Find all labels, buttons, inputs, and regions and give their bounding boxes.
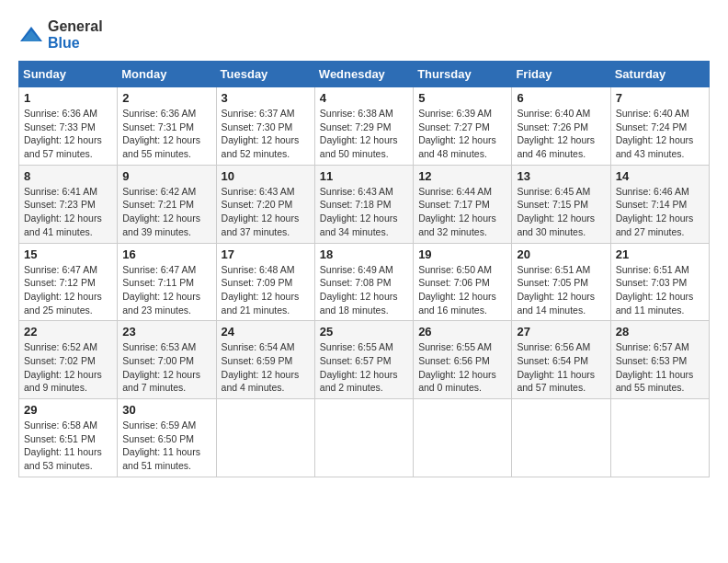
day-detail: Sunrise: 6:57 AMSunset: 6:53 PMDaylight:…	[616, 341, 694, 393]
day-number: 13	[517, 169, 605, 183]
day-detail: Sunrise: 6:55 AMSunset: 6:56 PMDaylight:…	[418, 341, 496, 393]
calendar-header-row: SundayMondayTuesdayWednesdayThursdayFrid…	[19, 62, 710, 87]
calendar-cell: 12 Sunrise: 6:44 AMSunset: 7:17 PMDaylig…	[414, 165, 512, 243]
logo-blue-text: Blue	[48, 35, 80, 51]
logo-icon	[18, 25, 44, 45]
day-number: 26	[418, 325, 506, 339]
calendar-cell: 8 Sunrise: 6:41 AMSunset: 7:23 PMDayligh…	[19, 165, 118, 243]
weekday-header-friday: Friday	[512, 62, 610, 87]
day-detail: Sunrise: 6:37 AMSunset: 7:30 PMDaylight:…	[222, 108, 300, 159]
day-detail: Sunrise: 6:56 AMSunset: 6:54 PMDaylight:…	[517, 341, 595, 393]
day-number: 23	[122, 325, 210, 339]
calendar-cell: 2 Sunrise: 6:36 AMSunset: 7:31 PMDayligh…	[118, 87, 216, 166]
day-number: 6	[517, 91, 605, 105]
day-number: 8	[24, 169, 112, 183]
calendar-cell: 21 Sunrise: 6:51 AMSunset: 7:03 PMDaylig…	[610, 243, 709, 321]
day-detail: Sunrise: 6:49 AMSunset: 7:08 PMDaylight:…	[320, 264, 398, 316]
calendar-cell: 25 Sunrise: 6:55 AMSunset: 6:57 PMDaylig…	[314, 321, 413, 399]
page-header: General Blue	[18, 18, 710, 52]
day-number: 29	[24, 403, 112, 417]
calendar-cell: 16 Sunrise: 6:47 AMSunset: 7:11 PMDaylig…	[118, 243, 216, 321]
day-number: 15	[24, 247, 112, 261]
day-number: 17	[222, 247, 310, 261]
day-detail: Sunrise: 6:39 AMSunset: 7:27 PMDaylight:…	[418, 108, 496, 159]
day-detail: Sunrise: 6:51 AMSunset: 7:03 PMDaylight:…	[616, 264, 694, 316]
day-number: 7	[616, 91, 704, 105]
calendar-cell: 23 Sunrise: 6:53 AMSunset: 7:00 PMDaylig…	[118, 321, 216, 399]
day-number: 4	[320, 91, 408, 105]
calendar-cell: 6 Sunrise: 6:40 AMSunset: 7:26 PMDayligh…	[512, 87, 610, 166]
calendar-cell: 19 Sunrise: 6:50 AMSunset: 7:06 PMDaylig…	[414, 243, 512, 321]
day-number: 11	[320, 169, 408, 183]
logo: General Blue	[18, 18, 103, 52]
day-detail: Sunrise: 6:44 AMSunset: 7:17 PMDaylight:…	[418, 186, 496, 237]
calendar-cell: 30 Sunrise: 6:59 AMSunset: 6:50 PMDaylig…	[118, 399, 216, 477]
day-number: 25	[320, 325, 408, 339]
calendar-cell: 9 Sunrise: 6:42 AMSunset: 7:21 PMDayligh…	[118, 165, 216, 243]
calendar-cell	[512, 399, 610, 477]
day-number: 22	[24, 325, 112, 339]
day-detail: Sunrise: 6:40 AMSunset: 7:24 PMDaylight:…	[616, 108, 694, 159]
day-number: 24	[222, 325, 310, 339]
calendar-cell: 14 Sunrise: 6:46 AMSunset: 7:14 PMDaylig…	[610, 165, 709, 243]
day-detail: Sunrise: 6:59 AMSunset: 6:50 PMDaylight:…	[122, 419, 200, 471]
weekday-header-tuesday: Tuesday	[216, 62, 314, 87]
calendar-cell: 11 Sunrise: 6:43 AMSunset: 7:18 PMDaylig…	[314, 165, 413, 243]
day-number: 20	[517, 247, 605, 261]
calendar-cell: 7 Sunrise: 6:40 AMSunset: 7:24 PMDayligh…	[610, 87, 709, 166]
day-detail: Sunrise: 6:52 AMSunset: 7:02 PMDaylight:…	[24, 341, 102, 393]
day-number: 14	[616, 169, 704, 183]
day-detail: Sunrise: 6:53 AMSunset: 7:00 PMDaylight:…	[122, 341, 200, 393]
day-number: 30	[122, 403, 210, 417]
day-number: 27	[517, 325, 605, 339]
calendar-cell: 27 Sunrise: 6:56 AMSunset: 6:54 PMDaylig…	[512, 321, 610, 399]
day-number: 12	[418, 169, 506, 183]
calendar-week-row: 22 Sunrise: 6:52 AMSunset: 7:02 PMDaylig…	[19, 321, 710, 399]
day-detail: Sunrise: 6:51 AMSunset: 7:05 PMDaylight:…	[517, 264, 595, 316]
day-detail: Sunrise: 6:54 AMSunset: 6:59 PMDaylight:…	[222, 341, 300, 393]
day-number: 19	[418, 247, 506, 261]
day-detail: Sunrise: 6:42 AMSunset: 7:21 PMDaylight:…	[122, 186, 200, 237]
day-detail: Sunrise: 6:48 AMSunset: 7:09 PMDaylight:…	[222, 264, 300, 316]
day-detail: Sunrise: 6:58 AMSunset: 6:51 PMDaylight:…	[24, 419, 102, 471]
day-detail: Sunrise: 6:47 AMSunset: 7:11 PMDaylight:…	[122, 264, 200, 316]
calendar-cell: 24 Sunrise: 6:54 AMSunset: 6:59 PMDaylig…	[216, 321, 314, 399]
calendar-table: SundayMondayTuesdayWednesdayThursdayFrid…	[18, 61, 710, 477]
day-detail: Sunrise: 6:41 AMSunset: 7:23 PMDaylight:…	[24, 186, 102, 237]
day-detail: Sunrise: 6:36 AMSunset: 7:33 PMDaylight:…	[24, 108, 102, 159]
day-number: 16	[122, 247, 210, 261]
weekday-header-monday: Monday	[118, 62, 216, 87]
day-number: 9	[122, 169, 210, 183]
calendar-cell: 17 Sunrise: 6:48 AMSunset: 7:09 PMDaylig…	[216, 243, 314, 321]
day-detail: Sunrise: 6:55 AMSunset: 6:57 PMDaylight:…	[320, 341, 398, 393]
calendar-cell: 15 Sunrise: 6:47 AMSunset: 7:12 PMDaylig…	[19, 243, 118, 321]
calendar-week-row: 15 Sunrise: 6:47 AMSunset: 7:12 PMDaylig…	[19, 243, 710, 321]
calendar-cell: 3 Sunrise: 6:37 AMSunset: 7:30 PMDayligh…	[216, 87, 314, 166]
day-detail: Sunrise: 6:40 AMSunset: 7:26 PMDaylight:…	[517, 108, 595, 159]
weekday-header-thursday: Thursday	[414, 62, 512, 87]
calendar-cell	[216, 399, 314, 477]
calendar-cell: 26 Sunrise: 6:55 AMSunset: 6:56 PMDaylig…	[414, 321, 512, 399]
calendar-cell: 1 Sunrise: 6:36 AMSunset: 7:33 PMDayligh…	[19, 87, 118, 166]
day-number: 5	[418, 91, 506, 105]
day-number: 10	[222, 169, 310, 183]
day-number: 1	[24, 91, 112, 105]
day-number: 28	[616, 325, 704, 339]
day-detail: Sunrise: 6:50 AMSunset: 7:06 PMDaylight:…	[418, 264, 496, 316]
day-detail: Sunrise: 6:38 AMSunset: 7:29 PMDaylight:…	[320, 108, 398, 159]
day-detail: Sunrise: 6:43 AMSunset: 7:20 PMDaylight:…	[222, 186, 300, 237]
calendar-week-row: 29 Sunrise: 6:58 AMSunset: 6:51 PMDaylig…	[19, 399, 710, 477]
day-number: 3	[222, 91, 310, 105]
calendar-cell: 4 Sunrise: 6:38 AMSunset: 7:29 PMDayligh…	[314, 87, 413, 166]
calendar-cell	[414, 399, 512, 477]
calendar-cell	[314, 399, 413, 477]
day-detail: Sunrise: 6:46 AMSunset: 7:14 PMDaylight:…	[616, 186, 694, 237]
calendar-cell: 10 Sunrise: 6:43 AMSunset: 7:20 PMDaylig…	[216, 165, 314, 243]
day-number: 21	[616, 247, 704, 261]
calendar-cell	[610, 399, 709, 477]
day-detail: Sunrise: 6:36 AMSunset: 7:31 PMDaylight:…	[122, 108, 200, 159]
calendar-cell: 13 Sunrise: 6:45 AMSunset: 7:15 PMDaylig…	[512, 165, 610, 243]
day-number: 2	[122, 91, 210, 105]
calendar-cell: 18 Sunrise: 6:49 AMSunset: 7:08 PMDaylig…	[314, 243, 413, 321]
logo-general-text: General	[48, 18, 103, 34]
